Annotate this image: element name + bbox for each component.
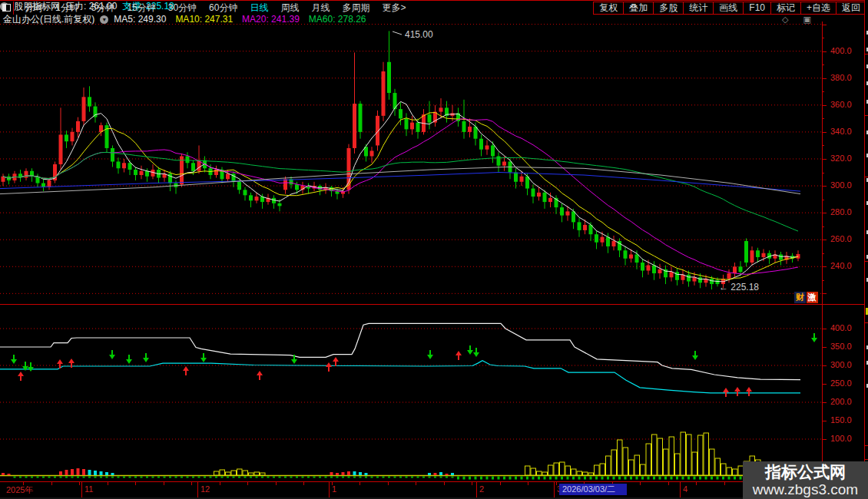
date-axis[interactable]: 2025年111212342026/03/03/二	[0, 481, 868, 498]
ma20-line	[3, 119, 798, 275]
axis-border	[822, 21, 823, 497]
tab-6[interactable]: 日线	[244, 1, 274, 15]
date-label-2: 12	[200, 484, 210, 494]
price-tick-label: 280.0	[830, 207, 863, 216]
strip-divider	[865, 261, 868, 262]
date-minor-tick	[500, 482, 501, 485]
selected-date[interactable]: 2026/03/03/二	[559, 484, 627, 495]
high-annotation: 415.00	[405, 29, 433, 40]
date-minor-tick	[303, 482, 304, 485]
axis-tick	[822, 293, 827, 294]
tab-4[interactable]: 30分钟	[162, 1, 203, 15]
strip-divider	[865, 322, 868, 323]
axis-tick	[822, 145, 824, 146]
tab-5[interactable]: 60分钟	[203, 1, 244, 15]
ma10-line	[3, 113, 798, 280]
date-minor-tick	[247, 482, 248, 485]
toolbar-button-1[interactable]: 叠加	[623, 2, 654, 15]
indicator-tick-label: 250.0	[830, 378, 863, 388]
date-minor-tick	[640, 482, 641, 485]
toolbar-button-4[interactable]: 画线	[713, 2, 744, 15]
axis-tick	[822, 347, 827, 348]
tab-10[interactable]: 更多>	[376, 1, 412, 15]
date-label-1: 11	[84, 484, 93, 494]
price-tick-label: 240.0	[830, 261, 863, 270]
date-minor-tick	[696, 482, 697, 485]
date-minor-tick	[220, 482, 220, 485]
month-separator	[554, 482, 555, 497]
price-tick-label: 340.0	[830, 127, 863, 136]
month-separator	[680, 482, 681, 497]
date-label-4: 2	[479, 484, 484, 494]
axis-tick	[822, 329, 827, 329]
axis-tick	[822, 240, 827, 240]
toolbar-button-2[interactable]: 多股	[653, 2, 684, 15]
date-minor-tick	[416, 482, 416, 485]
tab-7[interactable]: 周线	[274, 1, 305, 15]
month-separator	[197, 482, 198, 497]
date-minor-tick	[444, 482, 445, 485]
date-label-0: 2025年	[6, 484, 33, 496]
indicator-tick-label: 100.0	[830, 434, 863, 443]
indicator-tick-label: 400.0	[830, 323, 863, 332]
axis-tick	[822, 266, 827, 267]
date-minor-tick	[668, 482, 669, 485]
watermark-title: 指标公式网	[765, 463, 846, 481]
toolbar-button-6[interactable]: 标记	[770, 2, 801, 15]
axis-tick	[822, 173, 824, 173]
axis-tick	[822, 280, 824, 281]
main-candlestick-chart[interactable]: 415.00← 225.18	[0, 21, 822, 304]
toolbar-button-0[interactable]: 复权	[593, 2, 624, 15]
tab-3[interactable]: 15分钟	[121, 1, 161, 15]
toolbar-button-5[interactable]: F10	[743, 2, 771, 15]
resistance-line	[0, 323, 800, 379]
indicator-tick-label: 200.0	[830, 397, 863, 406]
caichao-logo-left: 财	[794, 292, 806, 303]
axis-tick	[822, 91, 824, 92]
watermark-url: www.zbgs3.com	[753, 481, 858, 498]
strip-divider	[865, 445, 868, 446]
strip-divider	[865, 54, 868, 55]
strip-divider	[865, 177, 868, 177]
date-minor-tick	[191, 482, 192, 485]
date-label-6: 4	[683, 484, 687, 494]
hollow-volume-bars	[214, 432, 801, 475]
date-label-3: 1	[332, 484, 336, 494]
trading-app-window: 分时1分钟5分钟15分钟30分钟60分钟日线周线月线多周期更多> 复权叠加多股统…	[0, 0, 868, 499]
candles-layer	[2, 31, 800, 289]
month-separator	[476, 482, 477, 497]
date-minor-tick	[164, 482, 164, 485]
tab-9[interactable]: 多周期	[336, 1, 376, 15]
date-minor-tick	[528, 482, 528, 485]
axis-tick	[822, 226, 824, 227]
axis-tick	[822, 159, 827, 160]
tab-8[interactable]: 月线	[305, 1, 336, 15]
right-edge-strip	[864, 0, 868, 499]
axis-tick	[822, 118, 824, 119]
axis-tick	[822, 132, 827, 133]
date-minor-tick	[359, 482, 360, 485]
axis-tick	[822, 253, 824, 254]
toolbar-button-3[interactable]: 统计	[683, 2, 714, 15]
month-separator	[329, 482, 330, 497]
indicator-tick-label: 350.0	[830, 342, 863, 351]
date-minor-tick	[51, 482, 52, 485]
axis-tick	[822, 51, 827, 52]
toolbar-button-8[interactable]: 返回	[836, 2, 866, 15]
caichao-logo-right: 激	[807, 292, 818, 303]
date-minor-tick	[135, 482, 136, 485]
toolbar-button-7[interactable]: +自选	[800, 2, 837, 15]
indicator-chart[interactable]	[0, 305, 822, 481]
date-minor-tick	[79, 482, 80, 485]
price-tick-label: 400.0	[830, 46, 863, 55]
ma5-line	[3, 101, 798, 282]
toolbar-buttons: 复权叠加多股统计画线F10标记+自选返回	[594, 2, 866, 15]
date-minor-tick	[724, 482, 725, 485]
axis-tick	[822, 105, 827, 106]
period-toolbar: 分时1分钟5分钟15分钟30分钟60分钟日线周线月线多周期更多> 复权叠加多股统…	[0, 1, 868, 15]
date-minor-tick	[472, 482, 472, 485]
month-separator	[81, 482, 82, 497]
price-tick-label: 260.0	[830, 234, 863, 243]
low-annotation: ← 225.18	[719, 282, 759, 292]
buy-arrows	[18, 351, 752, 397]
